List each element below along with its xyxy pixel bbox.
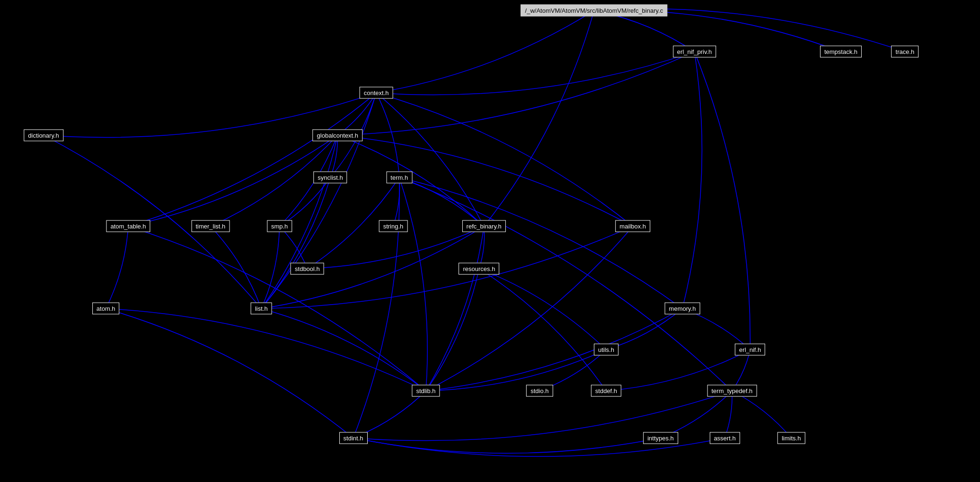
edge-synclist_h-list_h	[261, 177, 330, 308]
edge-term_typedef_h-inttypes_h	[661, 391, 732, 438]
edge-atom_h-stdlib_h	[106, 308, 426, 391]
node-list_h[interactable]: list.h	[251, 303, 272, 315]
edge-term_typedef_h-assert_h	[725, 391, 733, 438]
node-refc_binary_h[interactable]: refc_binary.h	[462, 220, 506, 232]
node-trace_h[interactable]: trace.h	[892, 46, 919, 58]
edge-context_h-list_h	[261, 93, 376, 308]
edge-timer_list_h-list_h	[211, 226, 261, 308]
node-string_h[interactable]: string.h	[379, 220, 408, 232]
edge-refc_binary_h-stdlib_h	[426, 226, 484, 391]
node-limits_h[interactable]: limits.h	[777, 432, 805, 444]
node-resources_h[interactable]: resources.h	[459, 263, 500, 274]
edge-term_h-refc_binary_h	[399, 177, 484, 226]
node-timer_list_h[interactable]: timer_list.h	[191, 220, 230, 232]
node-context_h[interactable]: context.h	[360, 87, 393, 99]
node-globalcontext_h[interactable]: globalcontext.h	[313, 129, 362, 141]
edge-resources_h-utils_h	[479, 269, 606, 350]
edge-root-refc_binary_h	[484, 10, 594, 226]
edge-context_h-mailbox_h	[376, 93, 633, 226]
node-erl_nif_priv_h[interactable]: erl_nif_priv.h	[673, 46, 716, 58]
edge-globalcontext_h-atom_table_h	[128, 135, 337, 227]
edge-context_h-atom_table_h	[128, 93, 376, 226]
node-synclist_h[interactable]: synclist.h	[313, 172, 347, 184]
node-term_h[interactable]: term.h	[386, 172, 412, 184]
node-stdbool_h[interactable]: stdbool.h	[291, 263, 324, 274]
dependency-graph: /_w/AtomVM/AtomVM/src/libAtomVM/refc_bin…	[0, 0, 980, 482]
node-assert_h[interactable]: assert.h	[709, 432, 740, 444]
edges-layer	[0, 0, 980, 482]
edge-erl_nif_priv_h-context_h	[376, 52, 694, 95]
node-mailbox_h[interactable]: mailbox.h	[615, 220, 650, 232]
edge-stdlib_h-stdint_h	[353, 391, 426, 438]
edge-resources_h-stddef_h	[479, 269, 606, 391]
node-term_typedef_h[interactable]: term_typedef.h	[707, 385, 757, 397]
node-tempstack_h[interactable]: tempstack.h	[820, 46, 862, 58]
edge-erl_nif_priv_h-erl_nif_h	[695, 52, 750, 350]
node-atom_h[interactable]: atom.h	[92, 303, 120, 315]
edge-context_h-term_h	[376, 93, 399, 177]
node-root[interactable]: /_w/AtomVM/AtomVM/src/libAtomVM/refc_bin…	[521, 5, 668, 17]
node-memory_h[interactable]: memory.h	[665, 303, 700, 315]
node-stdlib_h[interactable]: stdlib.h	[412, 385, 440, 397]
edge-mailbox_h-stdlib_h	[426, 226, 633, 391]
node-utils_h[interactable]: utils.h	[594, 344, 618, 356]
node-dictionary_h[interactable]: dictionary.h	[24, 129, 63, 141]
node-atom_table_h[interactable]: atom_table.h	[106, 220, 150, 232]
edge-list_h-stdlib_h	[261, 308, 426, 391]
edge-erl_nif_priv_h-memory_h	[682, 52, 702, 308]
node-stddef_h[interactable]: stddef.h	[591, 385, 621, 397]
edge-term_h-term_typedef_h	[399, 177, 732, 391]
edge-term_h-stdint_h	[353, 177, 400, 438]
edge-root-context_h	[376, 10, 594, 93]
edge-term_typedef_h-limits_h	[732, 391, 791, 438]
node-erl_nif_h[interactable]: erl_nif.h	[735, 344, 765, 356]
node-stdint_h[interactable]: stdint.h	[339, 432, 368, 444]
edge-memory_h-stdlib_h	[426, 308, 682, 391]
edge-atom_table_h-atom_h	[106, 226, 128, 308]
node-inttypes_h[interactable]: inttypes.h	[643, 432, 678, 444]
edge-smp_h-list_h	[261, 226, 279, 308]
node-stdio_h[interactable]: stdio.h	[526, 385, 553, 397]
edge-atom_h-stdint_h	[106, 308, 353, 438]
edge-globalcontext_h-mailbox_h	[337, 135, 633, 227]
edge-atom_table_h-stdlib_h	[128, 226, 426, 391]
edge-term_h-stdlib_h	[399, 177, 427, 391]
node-smp_h[interactable]: smp.h	[267, 220, 292, 232]
